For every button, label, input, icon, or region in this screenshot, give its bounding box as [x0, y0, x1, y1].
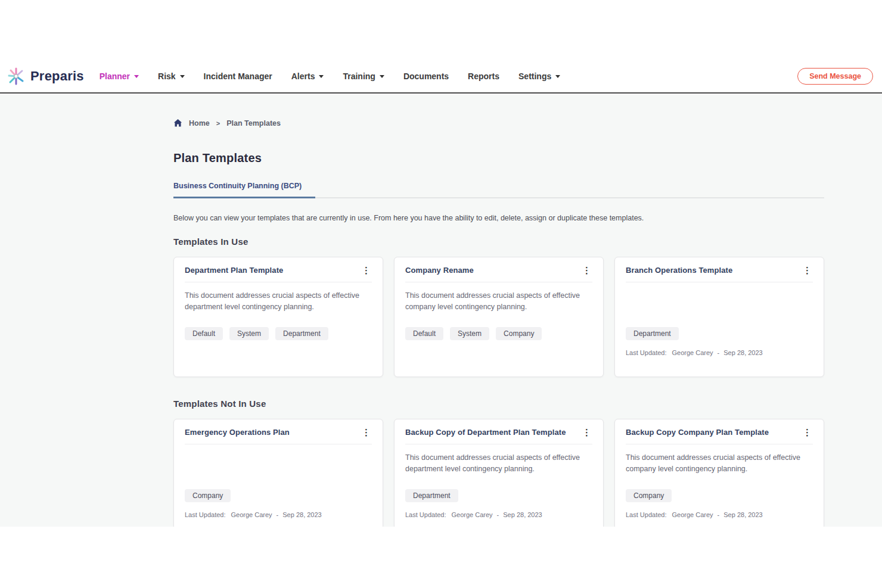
last-updated-row: Last Updated: George Carey - Sep 28, 202…: [405, 511, 592, 518]
kebab-menu-icon[interactable]: ⋮: [581, 266, 592, 275]
tag-badge: Company: [185, 489, 231, 502]
breadcrumb-separator: >: [216, 120, 220, 127]
nav-item-label: Planner: [100, 71, 130, 81]
nav-item-documents[interactable]: Documents: [403, 71, 449, 81]
template-card-description: This document addresses crucial aspects …: [626, 452, 813, 489]
last-updated-label: Last Updated:: [626, 511, 667, 518]
last-updated-separator: -: [718, 511, 720, 518]
preparis-logo-icon: [6, 66, 26, 86]
template-card-tags: Company: [185, 489, 372, 502]
kebab-menu-icon[interactable]: ⋮: [802, 266, 813, 275]
nav-item-label: Training: [343, 71, 375, 81]
nav-item-label: Alerts: [291, 71, 315, 81]
last-updated-row: Last Updated: George Carey - Sep 28, 202…: [626, 349, 813, 356]
template-card: Branch Operations Template ⋮ Department …: [614, 257, 824, 377]
template-card-tags: Default System Department: [185, 327, 372, 340]
page: Preparis Planner Risk Incident Manager A…: [0, 0, 882, 588]
last-updated-separator: -: [497, 511, 499, 518]
last-updated-date: Sep 28, 2023: [723, 349, 762, 356]
nav-item-planner[interactable]: Planner: [100, 71, 139, 81]
breadcrumb: Home > Plan Templates: [173, 95, 824, 127]
template-card: Backup Copy Company Plan Template ⋮ This…: [614, 419, 824, 527]
kebab-menu-icon[interactable]: ⋮: [802, 428, 813, 437]
send-message-button[interactable]: Send Message: [797, 68, 873, 85]
section-heading-templates-in-use: Templates In Use: [173, 237, 824, 247]
template-card-title[interactable]: Emergency Operations Plan: [185, 428, 290, 437]
section-heading-templates-not-in-use: Templates Not In Use: [173, 399, 824, 409]
last-updated-separator: -: [277, 511, 279, 518]
template-card-description: [626, 290, 813, 327]
nav-item-label: Settings: [518, 71, 551, 81]
tag-badge: Department: [405, 489, 458, 502]
tag-badge: System: [229, 327, 269, 340]
tag-badge: Company: [496, 327, 542, 340]
template-card-tags: Default System Company: [405, 327, 592, 340]
content-area: Home > Plan Templates Plan Templates Bus…: [0, 95, 882, 527]
template-card-title[interactable]: Backup Copy Company Plan Template: [626, 428, 769, 437]
nav-item-incident-manager[interactable]: Incident Manager: [204, 71, 272, 81]
breadcrumb-current: Plan Templates: [226, 119, 281, 127]
divider: [405, 282, 592, 282]
nav-item-label: Incident Manager: [204, 71, 272, 81]
templates-in-use-grid: Department Plan Template ⋮ This document…: [173, 257, 824, 377]
kebab-menu-icon[interactable]: ⋮: [361, 428, 372, 437]
template-card-description: This document addresses crucial aspects …: [185, 290, 372, 327]
nav-item-reports[interactable]: Reports: [468, 71, 499, 81]
tab-business-continuity-planning[interactable]: Business Continuity Planning (BCP): [173, 182, 315, 198]
chevron-down-icon: [555, 75, 560, 78]
template-card-tags: Company: [626, 489, 813, 502]
last-updated-label: Last Updated:: [185, 511, 226, 518]
tag-badge: Company: [626, 489, 672, 502]
tag-badge: Department: [626, 327, 679, 340]
template-card-description: This document addresses crucial aspects …: [405, 452, 592, 489]
nav-item-settings[interactable]: Settings: [518, 71, 560, 81]
last-updated-row: Last Updated: George Carey - Sep 28, 202…: [185, 511, 372, 518]
tag-badge: Default: [405, 327, 443, 340]
nav-item-training[interactable]: Training: [343, 71, 384, 81]
breadcrumb-home[interactable]: Home: [189, 119, 210, 127]
divider: [405, 444, 592, 444]
page-description: Below you can view your templates that a…: [173, 214, 824, 222]
nav-item-label: Reports: [468, 71, 499, 81]
chevron-down-icon: [180, 75, 185, 78]
last-updated-name: George Carey: [672, 349, 713, 356]
template-card: Department Plan Template ⋮ This document…: [173, 257, 383, 377]
template-card-title[interactable]: Branch Operations Template: [626, 266, 732, 275]
template-card-title[interactable]: Backup Copy of Department Plan Template: [405, 428, 566, 437]
template-card-title[interactable]: Department Plan Template: [185, 266, 283, 275]
templates-not-in-use-grid: Emergency Operations Plan ⋮ Company Last…: [173, 419, 824, 527]
last-updated-separator: -: [718, 349, 720, 356]
divider: [626, 282, 813, 282]
divider: [626, 444, 813, 444]
template-card-description: This document addresses crucial aspects …: [405, 290, 592, 327]
template-card-tags: Department: [405, 489, 592, 502]
page-title: Plan Templates: [173, 151, 824, 165]
preparis-logo[interactable]: Preparis: [6, 66, 84, 86]
kebab-menu-icon[interactable]: ⋮: [581, 428, 592, 437]
last-updated-date: Sep 28, 2023: [503, 511, 542, 518]
kebab-menu-icon[interactable]: ⋮: [361, 266, 372, 275]
last-updated-name: George Carey: [231, 511, 272, 518]
nav-item-risk[interactable]: Risk: [158, 71, 185, 81]
template-card: Emergency Operations Plan ⋮ Company Last…: [173, 419, 383, 527]
tag-badge: Default: [185, 327, 223, 340]
home-icon[interactable]: [173, 119, 182, 127]
tag-badge: Department: [275, 327, 328, 340]
last-updated-name: George Carey: [452, 511, 493, 518]
preparis-logo-text: Preparis: [30, 69, 84, 84]
template-card-tags: Department: [626, 327, 813, 340]
last-updated-row: Last Updated: George Carey - Sep 28, 202…: [626, 511, 813, 518]
nav-item-alerts[interactable]: Alerts: [291, 71, 324, 81]
chevron-down-icon: [319, 75, 324, 78]
last-updated-date: Sep 28, 2023: [723, 511, 762, 518]
last-updated-label: Last Updated:: [626, 349, 667, 356]
divider: [185, 282, 372, 282]
last-updated-date: Sep 28, 2023: [282, 511, 321, 518]
top-navigation-bar: Preparis Planner Risk Incident Manager A…: [0, 60, 882, 94]
last-updated-label: Last Updated:: [405, 511, 446, 518]
template-card-title[interactable]: Company Rename: [405, 266, 474, 275]
main-nav: Planner Risk Incident Manager Alerts Tra…: [100, 71, 561, 81]
tag-badge: System: [450, 327, 489, 340]
template-card-description: [185, 452, 372, 489]
nav-item-label: Documents: [403, 71, 449, 81]
